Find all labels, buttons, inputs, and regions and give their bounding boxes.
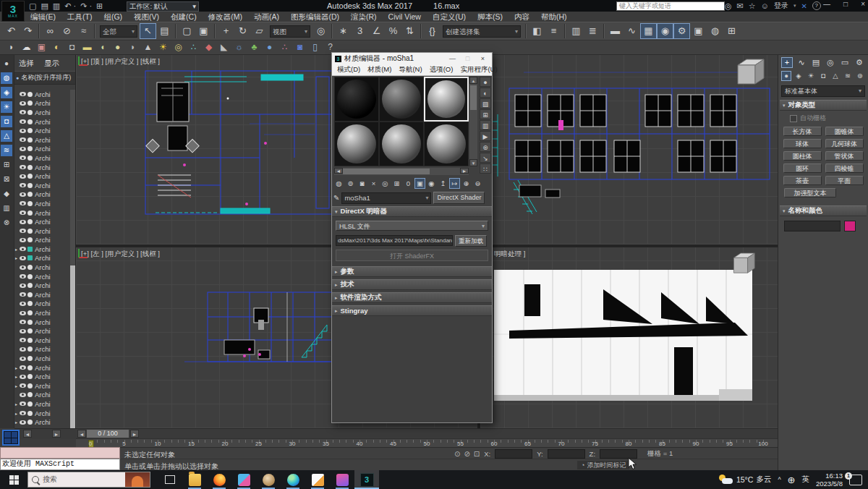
zoom-out-icon[interactable]: ⊖: [472, 178, 483, 189]
undo-quick-icon[interactable]: ↶ ·: [64, 0, 76, 12]
scene-explorer-row[interactable]: Archi: [14, 208, 70, 218]
assign-material-to-selection-icon[interactable]: ◙: [357, 178, 367, 189]
video-color-check-icon[interactable]: ▥: [480, 120, 491, 130]
cat-helpers[interactable]: △: [830, 71, 841, 81]
object-type-button[interactable]: 圆柱体: [783, 151, 822, 161]
scene-explorer-row[interactable]: Archi: [14, 263, 70, 272]
toggle-layer-explorer-icon[interactable]: ≣: [584, 23, 601, 39]
display-spacewarps-icon[interactable]: ≋: [1, 145, 12, 156]
visibility-eye-icon[interactable]: [20, 365, 26, 370]
visibility-eye-icon[interactable]: [20, 119, 26, 124]
viewport-layout-tabs-icon[interactable]: [2, 430, 20, 446]
visibility-eye-icon[interactable]: [20, 129, 26, 133]
maxscript-listener-field[interactable]: 欢迎使用 MAXScript: [0, 459, 120, 470]
time-slider[interactable]: ◄ 0 / 100 ►: [76, 428, 778, 438]
visibility-eye-icon[interactable]: [20, 411, 26, 415]
material-sample-slot[interactable]: [379, 122, 424, 166]
object-type-button[interactable]: 球体: [783, 139, 822, 148]
select-by-name-icon[interactable]: ▤: [156, 23, 173, 39]
display-cameras-icon[interactable]: ◘: [1, 116, 12, 127]
redo-icon[interactable]: ↷: [20, 23, 36, 39]
favorites-star-icon[interactable]: ☆: [749, 0, 756, 12]
clock-widget[interactable]: 16:13 2023/5/8: [816, 472, 843, 488]
scene-explorer-row[interactable]: Archi: [14, 391, 70, 400]
open-shaderfx-button[interactable]: 打开 ShaderFX: [336, 250, 488, 261]
rollout-header[interactable]: ▸技术: [332, 279, 492, 290]
cat-systems[interactable]: ⊛: [855, 71, 865, 81]
object-name-field[interactable]: [784, 221, 841, 231]
particles-icon[interactable]: ∴: [187, 41, 200, 54]
material-sample-slot[interactable]: [334, 122, 379, 166]
y-coordinate-field[interactable]: [548, 449, 585, 459]
sphere-icon[interactable]: ●: [111, 41, 124, 54]
visibility-eye-icon[interactable]: [20, 274, 26, 278]
display-containers-icon[interactable]: ▥: [1, 203, 12, 214]
camera-icon[interactable]: ◘: [65, 41, 79, 54]
previous-frame-button[interactable]: ◄: [77, 430, 86, 438]
cone-icon[interactable]: ▲: [141, 41, 155, 54]
material-options-icon[interactable]: ⊛: [480, 142, 491, 152]
select-and-manipulate-icon[interactable]: ∗: [335, 23, 352, 39]
scene-explorer-row[interactable]: ▸Archi: [14, 417, 70, 427]
visibility-eye-icon[interactable]: [20, 320, 26, 324]
isolate-selection-icon[interactable]: ⊙: [454, 450, 460, 458]
scene-explorer-row[interactable]: Archi: [14, 199, 70, 208]
scene-explorer-row[interactable]: ▸Archi: [14, 254, 70, 263]
object-type-button[interactable]: 圆锥体: [825, 127, 864, 136]
material-sample-slot[interactable]: [424, 122, 469, 166]
backlight-icon[interactable]: ◐: [480, 88, 491, 98]
render-production-icon[interactable]: ◍: [707, 23, 723, 39]
scene-explorer-row[interactable]: Archi: [14, 236, 70, 245]
network-icon[interactable]: ⊕: [788, 475, 796, 485]
close-button[interactable]: ×: [861, 0, 865, 8]
material-sample-slot[interactable]: [379, 77, 424, 122]
scrollbar-thumb[interactable]: [470, 85, 477, 110]
use-pivot-point-center-icon[interactable]: ◎: [312, 23, 329, 39]
visibility-eye-icon[interactable]: [20, 165, 26, 169]
signin-avatar-icon[interactable]: ☺: [761, 0, 769, 12]
cat-shapes[interactable]: ◈: [793, 71, 804, 81]
scene-explorer-row[interactable]: Archi: [14, 326, 70, 336]
menubar-item[interactable]: 脚本(S): [472, 12, 509, 22]
scene-explorer-row[interactable]: Archi: [14, 99, 70, 109]
scene-explorer-menu-item[interactable]: 显示: [44, 59, 59, 69]
menubar-item[interactable]: 图形编辑器(D): [285, 12, 345, 22]
object-type-button[interactable]: 几何球体: [825, 139, 864, 148]
box-icon[interactable]: ▬: [80, 41, 94, 54]
file-explorer-app[interactable]: [182, 470, 207, 489]
object-type-button[interactable]: 圆环: [783, 163, 822, 173]
object-type-button[interactable]: 加强型文本: [784, 188, 836, 197]
scene-explorer-row[interactable]: Archi: [14, 217, 70, 226]
scene-explorer-row[interactable]: Archi: [14, 126, 70, 135]
scene-explorer-row[interactable]: Archi: [14, 153, 70, 163]
workspace-dropdown[interactable]: 工作区: 默认 ▾: [127, 1, 199, 12]
foliage-icon[interactable]: ♣: [247, 41, 261, 54]
visibility-eye-icon[interactable]: [20, 292, 26, 297]
scene-explorer-row[interactable]: Archi: [14, 90, 70, 99]
dome-icon[interactable]: ◖: [95, 41, 109, 54]
name-column-header[interactable]: 名称(按升序排序): [21, 73, 71, 82]
cat-geometry[interactable]: ●: [781, 71, 791, 81]
color-spheres-icon[interactable]: ∴: [278, 41, 292, 54]
scroll-right-button[interactable]: ►: [460, 168, 469, 174]
dialog-minimize-button[interactable]: —: [446, 55, 459, 62]
scene-explorer-row[interactable]: Archi: [14, 171, 70, 181]
selection-filter-dropdown[interactable]: 全部▾: [100, 25, 137, 38]
select-and-rotate-icon[interactable]: ↻: [234, 23, 251, 39]
scene-explorer-row[interactable]: Archi: [14, 163, 70, 172]
scene-explorer-row[interactable]: ▸Archi: [14, 372, 70, 381]
rollout-header[interactable]: ▸软件渲染方式: [332, 292, 492, 303]
snap-toggle-3d-icon[interactable]: 3: [352, 23, 368, 39]
dialog-menu-item[interactable]: 导航(N): [395, 65, 425, 75]
scene-explorer-row[interactable]: Archi: [14, 290, 70, 299]
ime-language-indicator[interactable]: 英: [802, 475, 810, 485]
scroll-left-button[interactable]: ◄: [334, 168, 343, 174]
go-to-sibling-icon[interactable]: ↦: [449, 178, 460, 189]
menubar-item[interactable]: 组(G): [98, 12, 128, 22]
display-bones-icon[interactable]: ◆: [1, 188, 12, 200]
reset-map-icon[interactable]: ×: [368, 178, 379, 189]
select-object-icon[interactable]: ↖: [140, 23, 156, 39]
sphere-box-icon[interactable]: ◙: [293, 41, 307, 54]
slots-vscrollbar[interactable]: ▲ ▼: [469, 77, 477, 166]
visibility-eye-icon[interactable]: [20, 174, 26, 179]
